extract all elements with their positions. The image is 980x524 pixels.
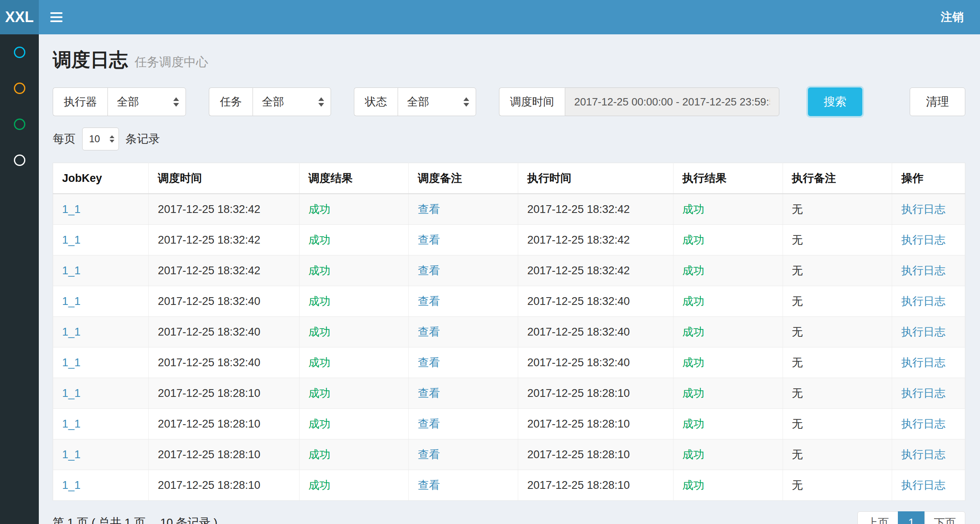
table-row: 1_1 2017-12-25 18:28:10 成功 查看 2017-12-25… bbox=[53, 378, 965, 409]
trigger-remark-link[interactable]: 查看 bbox=[418, 479, 440, 491]
search-button[interactable]: 搜索 bbox=[808, 87, 862, 116]
jobkey-link[interactable]: 1_1 bbox=[62, 234, 81, 246]
per-page-value: 10 bbox=[89, 133, 100, 145]
trigger-time-range-input[interactable] bbox=[565, 87, 779, 116]
execution-log-link[interactable]: 执行日志 bbox=[901, 387, 945, 399]
select-arrows-icon bbox=[173, 97, 179, 107]
select-arrows-icon bbox=[318, 97, 324, 107]
sidebar-item-job-manage[interactable] bbox=[0, 70, 39, 106]
handle-remark-cell: 无 bbox=[783, 347, 892, 378]
sidebar-item-job-log[interactable] bbox=[0, 106, 39, 142]
select-arrows-icon bbox=[110, 135, 114, 143]
hamburger-icon bbox=[50, 12, 63, 14]
next-page-button[interactable]: 下页 bbox=[924, 511, 965, 524]
per-page-suffix-label: 条记录 bbox=[125, 131, 160, 147]
sidebar-item-executor-manage[interactable] bbox=[0, 142, 39, 178]
job-log-circle-icon bbox=[14, 119, 25, 130]
current-page-button[interactable]: 1 bbox=[898, 511, 925, 524]
logout-link[interactable]: 注销 bbox=[941, 9, 964, 25]
handle-result-text: 成功 bbox=[682, 479, 705, 491]
table-row: 1_1 2017-12-25 18:32:42 成功 查看 2017-12-25… bbox=[53, 225, 965, 255]
sidebar bbox=[0, 34, 39, 524]
jobkey-link[interactable]: 1_1 bbox=[62, 356, 81, 369]
jobkey-link[interactable]: 1_1 bbox=[62, 418, 81, 430]
trigger-remark-link[interactable]: 查看 bbox=[418, 418, 440, 430]
executor-filter-select[interactable]: 全部 bbox=[107, 87, 186, 116]
handle-result-text: 成功 bbox=[682, 203, 705, 215]
trigger-time-cell: 2017-12-25 18:28:10 bbox=[149, 470, 299, 501]
handle-result-text: 成功 bbox=[682, 387, 705, 399]
jobkey-link[interactable]: 1_1 bbox=[62, 203, 81, 215]
execution-log-link[interactable]: 执行日志 bbox=[901, 203, 945, 215]
per-page-control: 每页 10 条记录 bbox=[53, 128, 965, 150]
execution-log-link[interactable]: 执行日志 bbox=[901, 264, 945, 277]
select-arrows-icon bbox=[463, 97, 469, 107]
jobkey-link[interactable]: 1_1 bbox=[62, 264, 81, 277]
handle-time-cell: 2017-12-25 18:32:40 bbox=[518, 286, 673, 317]
column-header-4: 执行时间 bbox=[518, 163, 673, 194]
trigger-time-cell: 2017-12-25 18:32:40 bbox=[149, 317, 299, 347]
table-row: 1_1 2017-12-25 18:32:42 成功 查看 2017-12-25… bbox=[53, 194, 965, 225]
job-filter-label: 任务 bbox=[209, 87, 253, 116]
trigger-remark-link[interactable]: 查看 bbox=[418, 448, 440, 461]
trigger-time-filter-group: 调度时间 bbox=[499, 87, 779, 116]
execution-log-link[interactable]: 执行日志 bbox=[901, 234, 945, 246]
jobkey-link[interactable]: 1_1 bbox=[62, 387, 81, 399]
jobkey-link[interactable]: 1_1 bbox=[62, 326, 81, 338]
column-header-2: 调度结果 bbox=[299, 163, 409, 194]
table-row: 1_1 2017-12-25 18:32:40 成功 查看 2017-12-25… bbox=[53, 317, 965, 347]
table-row: 1_1 2017-12-25 18:32:40 成功 查看 2017-12-25… bbox=[53, 286, 965, 317]
trigger-time-cell: 2017-12-25 18:32:42 bbox=[149, 225, 299, 255]
handle-time-cell: 2017-12-25 18:32:42 bbox=[518, 225, 673, 255]
page-title: 调度日志 bbox=[53, 49, 128, 70]
page-subtitle: 任务调度中心 bbox=[134, 55, 208, 69]
status-filter-select[interactable]: 全部 bbox=[398, 87, 476, 116]
handle-remark-cell: 无 bbox=[783, 255, 892, 286]
pagination-summary: 第 1 页 ( 总共 1 页， 10 条记录 ) bbox=[53, 515, 217, 524]
column-header-7: 操作 bbox=[892, 163, 965, 194]
trigger-remark-link[interactable]: 查看 bbox=[418, 203, 440, 215]
execution-log-link[interactable]: 执行日志 bbox=[901, 479, 945, 491]
top-navbar: XXL 注销 bbox=[0, 0, 980, 34]
handle-remark-cell: 无 bbox=[783, 225, 892, 255]
trigger-remark-link[interactable]: 查看 bbox=[418, 234, 440, 246]
handle-result-text: 成功 bbox=[682, 234, 705, 246]
trigger-time-cell: 2017-12-25 18:28:10 bbox=[149, 378, 299, 409]
trigger-remark-link[interactable]: 查看 bbox=[418, 295, 440, 307]
execution-log-link[interactable]: 执行日志 bbox=[901, 448, 945, 461]
trigger-remark-link[interactable]: 查看 bbox=[418, 264, 440, 277]
table-row: 1_1 2017-12-25 18:28:10 成功 查看 2017-12-25… bbox=[53, 470, 965, 501]
per-page-prefix-label: 每页 bbox=[53, 131, 76, 147]
jobkey-link[interactable]: 1_1 bbox=[62, 295, 81, 307]
handle-time-cell: 2017-12-25 18:32:42 bbox=[518, 255, 673, 286]
table-row: 1_1 2017-12-25 18:28:10 成功 查看 2017-12-25… bbox=[53, 409, 965, 439]
status-filter-value: 全部 bbox=[407, 94, 429, 109]
executor-filter-label: 执行器 bbox=[53, 87, 107, 116]
job-filter-value: 全部 bbox=[262, 94, 284, 109]
trigger-remark-link[interactable]: 查看 bbox=[418, 356, 440, 369]
execution-log-link[interactable]: 执行日志 bbox=[901, 356, 945, 369]
clear-button[interactable]: 清理 bbox=[910, 87, 965, 116]
trigger-result-text: 成功 bbox=[309, 295, 331, 307]
sidebar-toggle-button[interactable] bbox=[39, 0, 74, 34]
execution-log-link[interactable]: 执行日志 bbox=[901, 418, 945, 430]
handle-remark-cell: 无 bbox=[783, 470, 892, 501]
status-filter-label: 状态 bbox=[354, 87, 398, 116]
job-filter-select[interactable]: 全部 bbox=[253, 87, 331, 116]
trigger-time-cell: 2017-12-25 18:32:40 bbox=[149, 286, 299, 317]
trigger-remark-link[interactable]: 查看 bbox=[418, 387, 440, 399]
jobkey-link[interactable]: 1_1 bbox=[62, 479, 81, 491]
app-logo[interactable]: XXL bbox=[0, 0, 39, 34]
execution-log-link[interactable]: 执行日志 bbox=[901, 326, 945, 338]
jobkey-link[interactable]: 1_1 bbox=[62, 448, 81, 461]
table-row: 1_1 2017-12-25 18:32:42 成功 查看 2017-12-25… bbox=[53, 255, 965, 286]
execution-log-link[interactable]: 执行日志 bbox=[901, 295, 945, 307]
prev-page-button[interactable]: 上页 bbox=[857, 511, 898, 524]
per-page-select[interactable]: 10 bbox=[82, 128, 119, 150]
sidebar-item-dashboard[interactable] bbox=[0, 34, 39, 70]
table-header-row: JobKey调度时间调度结果调度备注执行时间执行结果执行备注操作 bbox=[53, 163, 965, 194]
trigger-remark-link[interactable]: 查看 bbox=[418, 326, 440, 338]
trigger-result-text: 成功 bbox=[309, 326, 331, 338]
handle-result-text: 成功 bbox=[682, 295, 705, 307]
pagination: 上页 1 下页 bbox=[857, 511, 965, 524]
